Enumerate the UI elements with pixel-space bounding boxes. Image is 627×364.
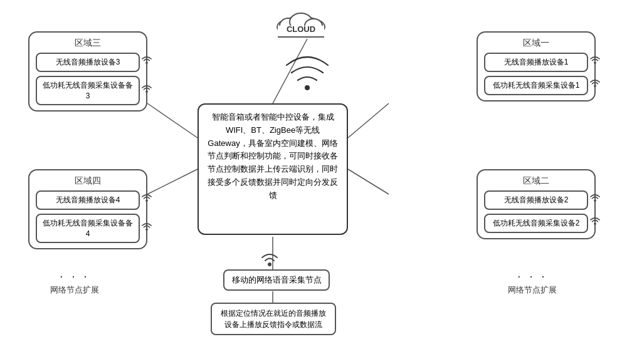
region2-device1: 无线音频播放设备2 [484,190,588,210]
svg-line-4 [348,169,389,194]
svg-point-16 [145,90,148,93]
region2-device2: 低功耗无线音频采集设备2 [484,214,588,233]
region2-title: 区域二 [484,175,588,187]
mobile-node-box: 移动的网络语音采集节点 [223,269,330,291]
svg-point-23 [268,263,271,266]
right-expand-label: 网络节点扩展 [508,284,557,296]
svg-text:CLOUD: CLOUD [287,24,315,34]
region3-title: 区域三 [36,38,140,49]
svg-point-18 [145,228,148,231]
region4-device2: 低功耗无线音频采集设备备4 [36,214,140,244]
region2-box: 区域二 无线音频播放设备2 低功耗无线音频采集设备2 [477,169,596,239]
mobile-wifi-icon [260,251,279,270]
cloud-container: CLOUD [263,0,339,43]
feedback-label: 根据定位情况在就近的音频播放设备上播放反馈指令或数据流 [221,309,326,329]
svg-line-1 [147,103,198,138]
right-dots: · · · [508,269,557,282]
svg-line-3 [348,103,389,138]
region4-box: 区域四 无线音频播放设备4 低功耗无线音频采集设备备4 [28,169,147,249]
wifi-icon-r3d1 [141,55,152,70]
wifi-icon-r2d2 [589,216,601,231]
wifi-icon-r1d1 [589,55,601,70]
right-expansion: · · · 网络节点扩展 [508,269,557,296]
left-expansion: · · · 网络节点扩展 [50,269,99,296]
svg-point-20 [594,85,596,88]
svg-point-19 [594,62,596,65]
svg-point-17 [145,200,148,202]
region4-title: 区域四 [36,175,140,187]
region1-device2: 低功耗无线音频采集设备1 [484,76,588,95]
mobile-node-label: 移动的网络语音采集节点 [232,275,322,284]
svg-line-2 [147,169,198,194]
svg-point-22 [594,223,596,226]
region4-device1: 无线音频播放设备4 [36,190,140,210]
wifi-icon-r1d2 [589,78,601,93]
wifi-icon-r3d2 [141,83,152,98]
cloud-icon: CLOUD [270,3,332,39]
region1-device1: 无线音频播放设备1 [484,53,588,72]
region3-device1: 无线音频播放设备3 [36,53,140,72]
left-expand-label: 网络节点扩展 [50,284,99,296]
svg-point-15 [145,62,148,65]
left-dots: · · · [50,269,99,282]
gateway-text: 智能音箱或者智能中控设备，集成WIFI、BT、ZigBee等无线Gateway，… [208,112,338,200]
region3-box: 区域三 无线音频播放设备3 低功耗无线音频采集设备备3 [28,31,147,112]
svg-point-21 [594,200,596,202]
wifi-icon-r4d2 [141,221,152,236]
feedback-box: 根据定位情况在就近的音频播放设备上播放反馈指令或数据流 [211,303,336,335]
region1-box: 区域一 无线音频播放设备1 低功耗无线音频采集设备1 [477,31,596,101]
diagram: CLOUD 智能音箱或者智能中控设备，集成WIFI、BT、ZigBee等无线Ga… [0,0,627,364]
wifi-icon-r2d1 [589,192,601,207]
broadcast-icon [285,43,329,101]
gateway-box: 智能音箱或者智能中控设备，集成WIFI、BT、ZigBee等无线Gateway，… [198,103,348,235]
svg-point-14 [305,85,310,90]
region3-device2: 低功耗无线音频采集设备备3 [36,76,140,106]
wifi-icon-r4d1 [141,192,152,207]
region1-title: 区域一 [484,38,588,49]
